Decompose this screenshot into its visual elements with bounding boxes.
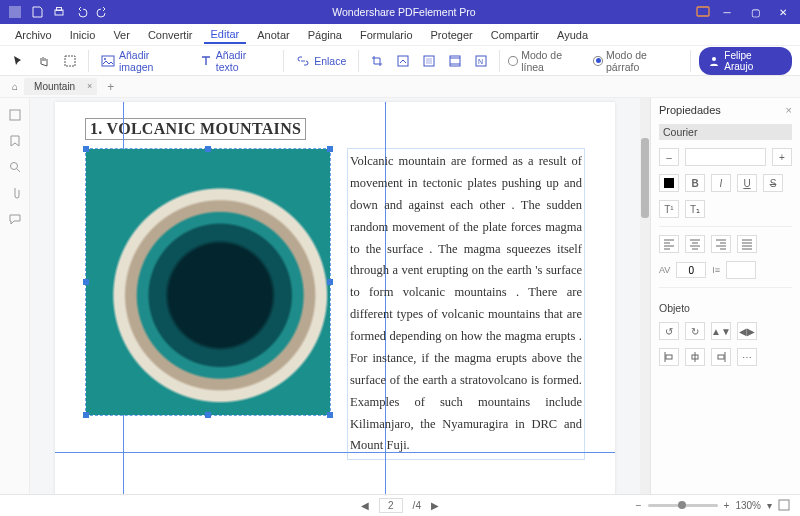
font-select[interactable]: Courier xyxy=(659,124,792,140)
crop-tool[interactable] xyxy=(367,53,387,69)
menu-anotar[interactable]: Anotar xyxy=(250,27,296,43)
document-tab[interactable]: Mountain × xyxy=(24,78,97,95)
undo-icon[interactable] xyxy=(74,5,88,19)
resize-handle[interactable] xyxy=(205,146,211,152)
bold-button[interactable]: B xyxy=(685,174,705,192)
attachments-icon[interactable] xyxy=(8,186,22,200)
obj-align-left[interactable] xyxy=(659,348,679,366)
mode-para-radio[interactable]: Modo de párrafo xyxy=(593,49,682,73)
menu-editar[interactable]: Editar xyxy=(204,26,247,44)
page-number-field[interactable]: 2 xyxy=(379,498,403,513)
underline-button[interactable]: U xyxy=(737,174,757,192)
italic-button[interactable]: I xyxy=(711,174,731,192)
svg-rect-21 xyxy=(666,355,672,359)
font-color-button[interactable] xyxy=(659,174,679,192)
font-size-decrease[interactable]: – xyxy=(659,148,679,166)
menu-pagina[interactable]: Página xyxy=(301,27,349,43)
watermark-tool[interactable] xyxy=(393,53,413,69)
flip-v-button[interactable]: ▲▼ xyxy=(711,322,731,340)
pdf-page[interactable]: 1. VOLCANIC MOUNTAINS Volcanic mountain … xyxy=(55,102,615,494)
selected-image[interactable] xyxy=(85,148,331,416)
zoom-value: 130% xyxy=(735,500,761,511)
zoom-out-button[interactable]: − xyxy=(636,500,642,511)
menu-ayuda[interactable]: Ayuda xyxy=(550,27,595,43)
obj-align-center[interactable] xyxy=(685,348,705,366)
svg-rect-4 xyxy=(65,56,75,66)
thumbnails-icon[interactable] xyxy=(8,108,22,122)
menu-formulario[interactable]: Formulario xyxy=(353,27,420,43)
resize-handle[interactable] xyxy=(327,279,333,285)
prev-page-button[interactable]: ◀ xyxy=(361,500,369,511)
svg-rect-9 xyxy=(426,58,432,64)
align-left-button[interactable] xyxy=(659,235,679,253)
obj-align-right[interactable] xyxy=(711,348,731,366)
zoom-in-button[interactable]: + xyxy=(724,500,730,511)
edit-toolbar: Añadir imagen Añadir texto Enlace N Modo… xyxy=(0,46,800,76)
background-tool[interactable] xyxy=(419,53,439,69)
menu-convertir[interactable]: Convertir xyxy=(141,27,200,43)
bookmarks-icon[interactable] xyxy=(8,134,22,148)
zoom-slider[interactable] xyxy=(648,504,718,507)
home-icon[interactable]: ⌂ xyxy=(6,81,24,92)
add-image-button[interactable]: Añadir imagen xyxy=(97,47,190,75)
mode-line-radio[interactable]: Modo de línea xyxy=(508,49,587,73)
char-spacing-field[interactable] xyxy=(676,262,706,278)
subscript-button[interactable]: T₁ xyxy=(685,200,705,218)
search-icon[interactable] xyxy=(8,160,22,174)
scrollbar-thumb[interactable] xyxy=(641,138,649,218)
menu-ver[interactable]: Ver xyxy=(106,27,137,43)
resize-handle[interactable] xyxy=(327,412,333,418)
align-center-button[interactable] xyxy=(685,235,705,253)
hand-tool[interactable] xyxy=(34,53,54,69)
minimize-button[interactable]: ─ xyxy=(716,2,738,22)
line-spacing-field[interactable] xyxy=(726,261,756,279)
menu-proteger[interactable]: Proteger xyxy=(424,27,480,43)
next-page-button[interactable]: ▶ xyxy=(431,500,439,511)
align-justify-button[interactable] xyxy=(737,235,757,253)
properties-close-icon[interactable]: × xyxy=(786,104,792,116)
fit-page-button[interactable] xyxy=(778,499,790,513)
title-bar: Wondershare PDFelement Pro ─ ▢ ✕ xyxy=(0,0,800,24)
resize-handle[interactable] xyxy=(83,412,89,418)
add-tab-button[interactable]: + xyxy=(101,80,120,94)
svg-point-6 xyxy=(104,58,106,60)
user-pill[interactable]: Felipe Araujo xyxy=(699,47,792,75)
align-right-button[interactable] xyxy=(711,235,731,253)
obj-align-more[interactable]: ⋯ xyxy=(737,348,757,366)
superscript-button[interactable]: T¹ xyxy=(659,200,679,218)
font-size-field[interactable] xyxy=(685,148,766,166)
svg-rect-0 xyxy=(9,6,21,18)
add-text-button[interactable]: Añadir texto xyxy=(196,47,275,75)
rotate-ccw-button[interactable]: ↺ xyxy=(659,322,679,340)
vertical-scrollbar[interactable] xyxy=(640,98,650,494)
tab-close-icon[interactable]: × xyxy=(87,81,92,91)
print-icon[interactable] xyxy=(52,5,66,19)
redo-icon[interactable] xyxy=(96,5,110,19)
user-name: Felipe Araujo xyxy=(724,50,782,72)
comments-icon[interactable] xyxy=(8,212,22,226)
zoom-dropdown-icon[interactable]: ▾ xyxy=(767,500,772,511)
maximize-button[interactable]: ▢ xyxy=(744,2,766,22)
header-footer-tool[interactable] xyxy=(445,53,465,69)
edit-tool[interactable] xyxy=(60,53,80,69)
notify-icon[interactable] xyxy=(696,5,710,19)
close-button[interactable]: ✕ xyxy=(772,2,794,22)
rotate-cw-button[interactable]: ↻ xyxy=(685,322,705,340)
link-button[interactable]: Enlace xyxy=(292,53,350,69)
document-heading[interactable]: 1. VOLCANIC MOUNTAINS xyxy=(85,118,306,140)
font-size-increase[interactable]: + xyxy=(772,148,792,166)
menu-archivo[interactable]: Archivo xyxy=(8,27,59,43)
resize-handle[interactable] xyxy=(83,146,89,152)
resize-handle[interactable] xyxy=(205,412,211,418)
menu-inicio[interactable]: Inicio xyxy=(63,27,103,43)
resize-handle[interactable] xyxy=(83,279,89,285)
document-viewport[interactable]: 1. VOLCANIC MOUNTAINS Volcanic mountain … xyxy=(30,98,640,494)
save-icon[interactable] xyxy=(30,5,44,19)
resize-handle[interactable] xyxy=(327,146,333,152)
body-paragraph-1[interactable]: Volcanic mountain are formed as a result… xyxy=(347,148,585,460)
strike-button[interactable]: S xyxy=(763,174,783,192)
pointer-tool[interactable] xyxy=(8,53,28,69)
menu-compartir[interactable]: Compartir xyxy=(484,27,546,43)
flip-h-button[interactable]: ◀▶ xyxy=(737,322,757,340)
bates-tool[interactable]: N xyxy=(471,53,491,69)
